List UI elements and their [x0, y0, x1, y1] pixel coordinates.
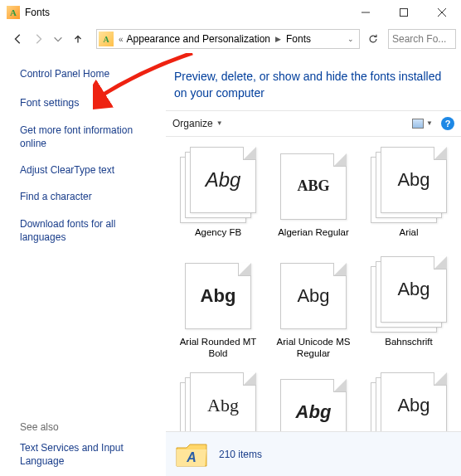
- fonts-grid: AbgAgency FBABGAlgerian RegularAbgArial …: [166, 137, 461, 476]
- close-button[interactable]: [423, 0, 461, 25]
- font-label: Bahnschrift: [365, 333, 453, 361]
- chevron-right-icon[interactable]: ▶: [272, 35, 284, 43]
- maximize-button[interactable]: [385, 0, 423, 25]
- organize-button[interactable]: Organize ▼: [172, 118, 223, 129]
- status-bar: A 210 items: [166, 431, 461, 476]
- view-thumb-icon: [412, 119, 424, 129]
- window-controls: [347, 0, 461, 25]
- breadcrumb-appearance[interactable]: Appearance and Personalization: [125, 33, 272, 45]
- sidebar-link-font-settings[interactable]: Font settings: [20, 96, 156, 110]
- font-label: Arial: [365, 223, 453, 251]
- sidebar-link-find-character[interactable]: Find a character: [20, 190, 156, 203]
- font-item[interactable]: AbgArial Rounded MT Bold: [174, 256, 262, 368]
- overflow-chevron-icon[interactable]: «: [119, 35, 124, 44]
- font-preview: Abg: [371, 147, 447, 223]
- breadcrumb-fonts[interactable]: Fonts: [284, 33, 313, 45]
- fonts-folder-icon: A: [99, 32, 114, 46]
- svg-rect-1: [400, 9, 408, 17]
- font-item[interactable]: AbgArial Unicode MS Regular: [269, 256, 357, 368]
- font-preview: Abg: [180, 147, 256, 223]
- address-dropdown-icon[interactable]: ⌄: [344, 35, 357, 43]
- view-options-button[interactable]: ▼: [412, 119, 433, 129]
- font-label: Arial Rounded MT Bold: [174, 333, 262, 368]
- help-button[interactable]: ?: [441, 117, 454, 130]
- search-placeholder: Search Fo...: [392, 33, 446, 45]
- recent-locations-button[interactable]: [48, 29, 68, 49]
- font-preview: Abg: [371, 256, 447, 333]
- search-input[interactable]: Search Fo...: [388, 29, 456, 49]
- font-item[interactable]: AbgAgency FB: [174, 147, 262, 251]
- status-item-count: 210 items: [219, 449, 262, 460]
- chevron-down-icon: ▼: [426, 119, 433, 127]
- up-button[interactable]: [68, 29, 88, 49]
- sidebar-link-download-fonts[interactable]: Download fonts for all languages: [20, 217, 156, 244]
- sidebar-link-more-info[interactable]: Get more font information online: [20, 124, 156, 150]
- back-button[interactable]: [8, 29, 28, 49]
- minimize-button[interactable]: [347, 0, 385, 25]
- svg-text:A: A: [186, 450, 197, 464]
- chevron-down-icon: ▼: [216, 119, 223, 127]
- font-item[interactable]: AbgArial: [365, 147, 453, 251]
- window-title: Fonts: [25, 7, 50, 18]
- control-panel-home-link[interactable]: Control Panel Home: [20, 68, 156, 80]
- address-bar[interactable]: A « Appearance and Personalization ▶ Fon…: [96, 29, 360, 49]
- organize-label: Organize: [172, 118, 213, 129]
- see-also-text-services[interactable]: Text Services and Input Language: [20, 441, 156, 468]
- font-item[interactable]: ABGAlgerian Regular: [269, 147, 357, 251]
- font-preview: Abg: [180, 256, 256, 333]
- sidebar-link-cleartype[interactable]: Adjust ClearType text: [20, 163, 156, 177]
- font-label: Algerian Regular: [269, 223, 357, 251]
- font-label: Arial Unicode MS Regular: [269, 333, 357, 368]
- font-preview: ABG: [275, 147, 352, 223]
- sidebar: Control Panel Home Font settings Get mor…: [0, 53, 166, 476]
- navigation-bar: A « Appearance and Personalization ▶ Fon…: [0, 25, 461, 53]
- fonts-folder-icon: A: [174, 437, 209, 472]
- refresh-button[interactable]: [363, 29, 383, 49]
- font-label: Agency FB: [174, 223, 262, 251]
- page-heading: Preview, delete, or show and hide the fo…: [166, 53, 461, 110]
- see-also-header: See also: [20, 421, 156, 433]
- font-preview: Abg: [275, 256, 352, 333]
- main-content: Preview, delete, or show and hide the fo…: [166, 53, 461, 476]
- toolbar: Organize ▼ ▼ ?: [166, 110, 461, 137]
- font-item[interactable]: AbgBahnschrift: [365, 256, 453, 368]
- forward-button[interactable]: [28, 29, 48, 49]
- titlebar: A Fonts: [0, 0, 461, 25]
- fonts-app-icon: A: [7, 6, 20, 19]
